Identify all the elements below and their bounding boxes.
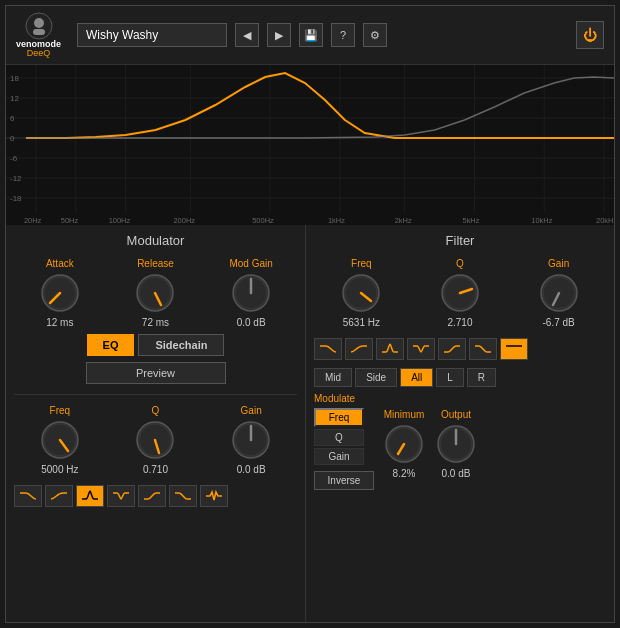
- filter-gain-label: Gain: [548, 258, 569, 269]
- filter-shape-notch[interactable]: [407, 338, 435, 360]
- svg-text:100Hz: 100Hz: [109, 216, 131, 225]
- filter-q-knob[interactable]: [438, 271, 482, 315]
- mod-gain-knob[interactable]: [229, 271, 273, 315]
- svg-text:1kHz: 1kHz: [328, 216, 345, 225]
- sidechain-button[interactable]: Sidechain: [138, 334, 224, 356]
- next-button[interactable]: ▶: [267, 23, 291, 47]
- eq-button[interactable]: EQ: [87, 334, 135, 356]
- svg-text:20Hz: 20Hz: [24, 216, 42, 225]
- settings-button[interactable]: ⚙: [363, 23, 387, 47]
- mod-gain-group: Mod Gain 0.0 dB: [229, 258, 273, 328]
- svg-text:5kHz: 5kHz: [462, 216, 479, 225]
- filter-gain-value: -6.7 dB: [543, 317, 575, 328]
- attack-group: Attack 12 ms: [38, 258, 82, 328]
- output-group: Output 0.0 dB: [434, 409, 478, 479]
- svg-text:-18: -18: [10, 194, 22, 203]
- mode-all[interactable]: All: [400, 368, 433, 387]
- filter-freq-knob[interactable]: [339, 271, 383, 315]
- svg-text:0: 0: [10, 134, 15, 143]
- eq-svg: 18 12 6 0 -6 -12 -18 20Hz 50Hz 100Hz 200…: [6, 65, 614, 225]
- plugin-container: venomode DeeQ Wishy Washy ◀ ▶ 💾 ? ⚙ ⏻: [5, 5, 615, 623]
- mode-row: Mid Side All L R: [314, 368, 606, 387]
- save-button[interactable]: 💾: [299, 23, 323, 47]
- minimum-value: 8.2%: [393, 468, 416, 479]
- filter-shape-lp[interactable]: [314, 338, 342, 360]
- minimum-group: Minimum 8.2%: [382, 409, 426, 479]
- filter-freq-value: 5631 Hz: [343, 317, 380, 328]
- mode-mid[interactable]: Mid: [314, 368, 352, 387]
- modulate-section: Modulate Freq Q Gain Inverse Minimum 8.2…: [314, 393, 606, 490]
- mod-q-btn[interactable]: Q: [314, 429, 364, 446]
- release-group: Release 72 ms: [133, 258, 177, 328]
- power-button[interactable]: ⏻: [576, 21, 604, 49]
- output-value: 0.0 dB: [442, 468, 471, 479]
- mod-shape-lp[interactable]: [14, 485, 42, 507]
- inverse-button[interactable]: Inverse: [314, 471, 374, 490]
- mod-shape-hs[interactable]: [169, 485, 197, 507]
- filter-freq-label: Freq: [351, 258, 372, 269]
- svg-text:-12: -12: [10, 174, 22, 183]
- mod-shape-ap[interactable]: [200, 485, 228, 507]
- divider-1: [14, 394, 297, 395]
- mod-q-label: Q: [152, 405, 160, 416]
- filter-gain-group: Gain -6.7 dB: [537, 258, 581, 328]
- output-label: Output: [441, 409, 471, 420]
- mod-gain2-label: Gain: [241, 405, 262, 416]
- filter-shape-ls[interactable]: [438, 338, 466, 360]
- logo-icon: [25, 12, 53, 40]
- preset-select[interactable]: Wishy Washy: [77, 23, 227, 47]
- filter-shape-hp[interactable]: [345, 338, 373, 360]
- svg-rect-2: [33, 29, 45, 35]
- logo-sub: DeeQ: [27, 49, 51, 58]
- svg-text:2kHz: 2kHz: [395, 216, 412, 225]
- mod-shape-ls[interactable]: [138, 485, 166, 507]
- minimum-knob[interactable]: [382, 422, 426, 466]
- preview-button[interactable]: Preview: [86, 362, 226, 384]
- filter-shape-ap[interactable]: [500, 338, 528, 360]
- mod-freq-label: Freq: [50, 405, 71, 416]
- preview-row: Preview: [14, 362, 297, 384]
- output-knob[interactable]: [434, 422, 478, 466]
- mode-l[interactable]: L: [436, 368, 464, 387]
- help-button[interactable]: ?: [331, 23, 355, 47]
- mode-r[interactable]: R: [467, 368, 496, 387]
- release-knob[interactable]: [133, 271, 177, 315]
- mod-gain-value: 0.0 dB: [237, 317, 266, 328]
- filter-shape-hs[interactable]: [469, 338, 497, 360]
- svg-text:18: 18: [10, 74, 19, 83]
- logo-area: venomode DeeQ: [16, 12, 61, 58]
- filter-title: Filter: [314, 233, 606, 248]
- release-label: Release: [137, 258, 174, 269]
- attack-label: Attack: [46, 258, 74, 269]
- mod-gain2-value: 0.0 dB: [237, 464, 266, 475]
- mod-freq-knob[interactable]: [38, 418, 82, 462]
- filter-freq-group: Freq 5631 Hz: [339, 258, 383, 328]
- svg-text:20kHz: 20kHz: [596, 216, 614, 225]
- svg-text:10kHz: 10kHz: [531, 216, 552, 225]
- mod-gain2-knob[interactable]: [229, 418, 273, 462]
- release-value: 72 ms: [142, 317, 169, 328]
- mod-shape-notch[interactable]: [107, 485, 135, 507]
- mod-shape-hp[interactable]: [45, 485, 73, 507]
- svg-rect-3: [6, 65, 614, 225]
- svg-text:50Hz: 50Hz: [61, 216, 79, 225]
- filter-shape-bell[interactable]: [376, 338, 404, 360]
- mod-freq-btn[interactable]: Freq: [314, 408, 364, 427]
- mod-q-value: 0.710: [143, 464, 168, 475]
- filter-gain-knob[interactable]: [537, 271, 581, 315]
- svg-text:-6: -6: [10, 154, 18, 163]
- mod-q-knob[interactable]: [133, 418, 177, 462]
- mode-side[interactable]: Side: [355, 368, 397, 387]
- main-content: Modulator Attack 12 ms Release: [6, 225, 614, 622]
- filter-panel: Filter Freq 5631 Hz Q: [306, 225, 614, 622]
- modulate-title: Modulate: [314, 393, 374, 404]
- modulator-panel: Modulator Attack 12 ms Release: [6, 225, 306, 622]
- svg-text:200Hz: 200Hz: [173, 216, 195, 225]
- modulate-left: Modulate Freq Q Gain Inverse: [314, 393, 374, 490]
- attack-knob[interactable]: [38, 271, 82, 315]
- minimum-label: Minimum: [384, 409, 425, 420]
- attack-value: 12 ms: [46, 317, 73, 328]
- mod-gain-btn[interactable]: Gain: [314, 448, 364, 465]
- mod-shape-bell[interactable]: [76, 485, 104, 507]
- prev-button[interactable]: ◀: [235, 23, 259, 47]
